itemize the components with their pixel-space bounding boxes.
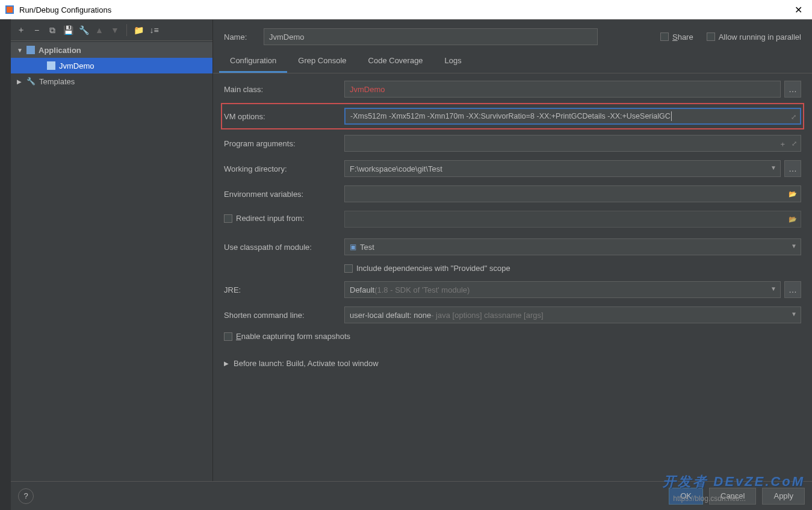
shorten-cmd-label: Shorten command line: [224,311,344,320]
jre-select[interactable]: Default (1.8 - SDK of 'Test' module) ▼ [344,281,781,298]
tree-node-templates[interactable]: ▶ 🔧 Templates [11,73,212,89]
remove-icon[interactable]: − [30,23,43,37]
plus-icon[interactable]: + [780,140,785,149]
gutter [0,19,11,510]
help-button[interactable]: ? [18,488,34,504]
down-icon[interactable]: ▼ [108,23,122,37]
chevron-down-icon: ▼ [770,285,776,292]
sort-icon[interactable]: ↓≡ [147,23,161,37]
copy-icon[interactable]: ⧉ [46,23,59,37]
redirect-input-field[interactable]: 📂 [344,211,801,228]
tab-logs[interactable]: Logs [434,50,473,73]
tab-configuration[interactable]: Configuration [219,50,287,73]
module-icon: ▣ [350,243,356,251]
tab-grep-console[interactable]: Grep Console [287,50,357,73]
tab-bar: Configuration Grep Console Code Coverage… [213,50,812,73]
apply-button[interactable]: Apply [762,488,805,505]
chevron-down-icon: ▼ [791,243,797,249]
open-folder-icon[interactable]: 📂 [789,190,797,198]
ok-button[interactable]: OK [669,488,703,505]
save-icon[interactable]: 💾 [61,23,75,37]
allow-parallel-checkbox[interactable]: Allow running in parallel [707,33,801,42]
open-folder-icon[interactable]: 📂 [789,216,797,223]
browse-main-class-button[interactable]: … [784,81,801,98]
chevron-right-icon: ▶ [224,360,229,367]
wrench-icon[interactable]: 🔧 [77,23,90,37]
vm-options-input[interactable]: -Xms512m -Xmx512m -Xmn170m -XX:SurvivorR… [344,108,801,125]
main-class-input[interactable]: JvmDemo [344,81,781,98]
cancel-button[interactable]: Cancel [709,488,756,505]
titlebar: Run/Debug Configurations ✕ [0,0,812,19]
chevron-down-icon: ▼ [791,311,797,317]
up-icon[interactable]: ▲ [93,23,106,37]
vm-options-highlight: VM options: -Xms512m -Xmx512m -Xmn170m -… [224,106,801,126]
window-title: Run/Debug Configurations [19,5,111,14]
close-icon[interactable]: ✕ [789,4,807,16]
share-checkbox[interactable]: SSharehare [660,33,693,42]
classpath-label: Use classpath of module: [224,243,344,252]
app-icon [5,5,14,14]
chevron-right-icon: ▶ [17,78,23,85]
svg-rect-2 [26,46,35,54]
folder-icon[interactable]: 📁 [132,23,145,37]
sidebar: ＋ − ⧉ 💾 🔧 ▲ ▼ 📁 ↓≡ ▼ Application [11,20,213,510]
main-class-label: Main class: [224,85,344,94]
expand-icon[interactable]: ⤢ [791,113,796,121]
dialog-footer: ? OK Cancel Apply [11,481,812,510]
main-panel: Name: SSharehare Allow running in parall… [213,20,812,510]
wrench-icon: 🔧 [26,77,36,86]
tab-code-coverage[interactable]: Code Coverage [358,50,434,73]
application-icon [26,46,35,54]
tree-node-application[interactable]: ▼ Application [11,42,212,58]
classpath-select[interactable]: ▣ Test ▼ [344,238,801,255]
browse-jre-button[interactable]: … [784,281,801,298]
config-tree: ▼ Application JvmDemo ▶ 🔧 Templates [11,41,212,510]
working-dir-label: Working directory: [224,164,344,173]
working-dir-input[interactable]: F:\workspace\code\git\Test ▼ [344,160,781,177]
jre-label: JRE: [224,285,344,294]
add-icon[interactable]: ＋ [14,23,28,37]
name-label: Name: [224,33,254,42]
redirect-input-checkbox[interactable]: Redirect input from: [224,214,304,223]
svg-rect-1 [7,7,13,13]
program-args-label: Program arguments: [224,139,344,148]
browse-workdir-button[interactable]: … [784,160,801,177]
application-icon [47,61,55,70]
svg-rect-3 [47,61,55,70]
include-provided-checkbox[interactable]: Include dependencies with "Provided" sco… [344,264,510,273]
chevron-down-icon: ▼ [770,164,776,171]
enable-snapshots-checkbox[interactable]: Enable capturing form snapshotsEnable ca… [224,332,350,341]
name-input[interactable] [264,28,598,45]
shorten-cmd-select[interactable]: user-local default: none - java [options… [344,306,801,323]
chevron-down-icon: ▼ [17,47,23,54]
env-vars-label: Environment variables: [224,190,344,199]
program-args-input[interactable]: + ⤢ [344,135,801,152]
expand-icon[interactable]: ⤢ [792,140,797,148]
redirect-input-label: Redirect input from: [224,214,344,225]
sidebar-toolbar: ＋ − ⧉ 💾 🔧 ▲ ▼ 📁 ↓≡ [11,20,212,41]
before-launch-section[interactable]: ▶ Before launch: Build, Activate tool wi… [224,359,801,368]
env-vars-input[interactable]: 📂 [344,185,801,202]
tree-item-jvmdemo[interactable]: JvmDemo [11,58,212,73]
vm-options-label: VM options: [224,112,344,121]
